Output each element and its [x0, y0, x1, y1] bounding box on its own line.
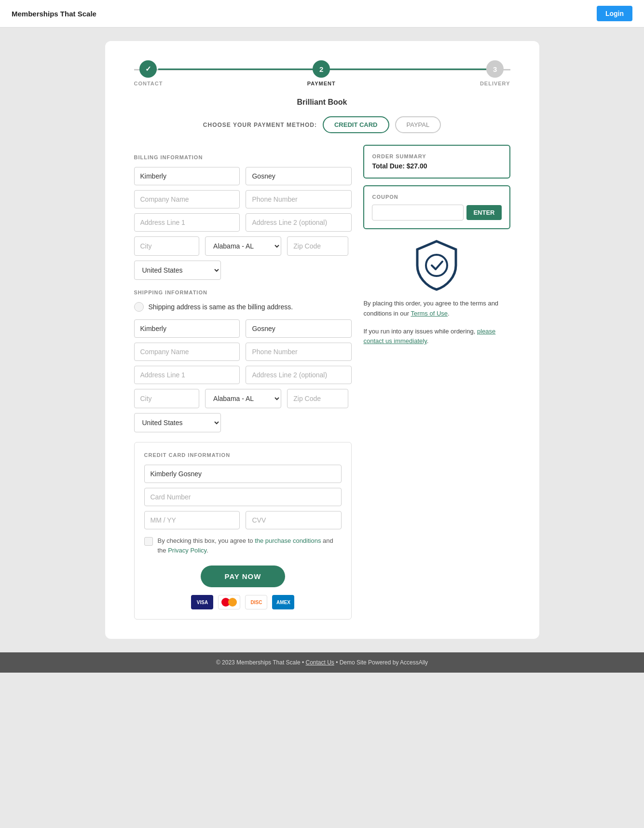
coupon-row: ENTER [372, 205, 501, 221]
shipping-phone-input[interactable] [246, 343, 352, 361]
footer-contact-link[interactable]: Contact Us [305, 659, 334, 666]
order-summary-title: ORDER SUMMARY [372, 153, 501, 159]
shipping-same-checkbox[interactable] [134, 302, 144, 312]
terms-of-use-link[interactable]: Terms of Use [411, 310, 448, 317]
order-total: Total Due: $27.00 [372, 162, 501, 170]
terms-row: By checking this box, you agree to the p… [144, 536, 342, 555]
billing-state-select[interactable]: Alabama - AL Alaska - AK Arizona - AZ Ar… [205, 236, 281, 256]
login-button[interactable]: Login [597, 6, 632, 21]
cc-number-input[interactable] [144, 488, 342, 506]
main-container: ✓ CONTACT 2 PAYMENT 3 DELIVERY Brilliant… [105, 41, 539, 639]
coupon-box: COUPON ENTER [363, 185, 510, 229]
footer-rest: • Demo Site Powered by AccessAlly [334, 659, 428, 666]
step-payment: 2 PAYMENT [307, 60, 336, 86]
step-label-payment: PAYMENT [307, 81, 336, 86]
footer-text: © 2023 Memberships That Scale • [216, 659, 306, 666]
shipping-country-row: United States Canada United Kingdom [134, 413, 352, 432]
shipping-address2-input[interactable] [246, 366, 352, 384]
discover-logo: DISC [245, 595, 267, 609]
terms-suffix: . [206, 547, 208, 554]
cc-name-row [144, 465, 342, 483]
step-circle-contact: ✓ [139, 60, 157, 78]
order-summary-box: ORDER SUMMARY Total Due: $27.00 [363, 145, 510, 179]
credit-card-box: CREDIT CARD INFORMATION By checking this… [134, 442, 352, 620]
coupon-enter-button[interactable]: ENTER [466, 205, 501, 220]
shipping-address-row [134, 366, 352, 384]
security-section: By placing this order, you agree to the … [363, 239, 510, 346]
billing-address2-input[interactable] [246, 213, 352, 232]
billing-phone-input[interactable] [246, 190, 352, 208]
content-layout: BILLING INFORMATION Alabama - AL Alaska … [134, 145, 510, 620]
billing-city-state-zip-row: Alabama - AL Alaska - AK Arizona - AZ Ar… [134, 236, 352, 256]
shield-icon [412, 239, 461, 292]
step-contact: ✓ CONTACT [134, 60, 163, 86]
amex-logo: AMEX [272, 595, 294, 609]
payment-method-label: CHOOSE YOUR PAYMENT METHOD: [203, 122, 317, 128]
terms-checkbox[interactable] [144, 537, 153, 546]
visa-logo: VISA [191, 595, 213, 609]
cc-expiry-input[interactable] [144, 511, 240, 529]
shipping-state-select[interactable]: Alabama - AL Alaska - AK Arizona - AZ [205, 389, 281, 408]
payment-credit-card-button[interactable]: CREDIT CARD [323, 116, 389, 133]
shipping-section-heading: SHIPPING INFORMATION [134, 290, 352, 295]
shipping-company-phone-row [134, 343, 352, 361]
coupon-title: COUPON [372, 194, 501, 200]
steps-progress: ✓ CONTACT 2 PAYMENT 3 DELIVERY [134, 60, 510, 86]
billing-zip-input[interactable] [287, 236, 348, 256]
shipping-zip-input[interactable] [287, 389, 348, 408]
cc-number-row [144, 488, 342, 506]
shipping-name-row [134, 319, 352, 338]
terms-text: By checking this box, you agree to the p… [158, 536, 342, 555]
step-label-delivery: DELIVERY [480, 81, 510, 86]
step-delivery: 3 DELIVERY [480, 60, 510, 86]
security-text-1: By placing this order, you agree to the … [363, 299, 510, 319]
shipping-city-input[interactable] [134, 389, 200, 408]
billing-company-phone-row [134, 190, 352, 208]
coupon-input[interactable] [372, 205, 464, 221]
cc-section-heading: CREDIT CARD INFORMATION [144, 452, 342, 458]
billing-company-input[interactable] [134, 190, 240, 208]
billing-last-name-input[interactable] [246, 167, 352, 185]
billing-country-select[interactable]: United States Canada United Kingdom [134, 261, 221, 280]
card-logos: VISA DISC AMEX [144, 595, 342, 609]
privacy-policy-link[interactable]: Privacy Policy [168, 547, 206, 554]
billing-address-row [134, 213, 352, 232]
shipping-first-name-input[interactable] [134, 319, 240, 338]
header-title: Memberships That Scale [12, 10, 96, 18]
terms-prefix: By checking this box, you agree to [158, 537, 255, 544]
header: Memberships That Scale Login [0, 0, 644, 28]
billing-first-name-input[interactable] [134, 167, 240, 185]
shipping-company-input[interactable] [134, 343, 240, 361]
shipping-city-state-zip-row: Alabama - AL Alaska - AK Arizona - AZ [134, 389, 352, 408]
step-circle-payment: 2 [313, 60, 330, 78]
billing-name-row [134, 167, 352, 185]
product-title: Brilliant Book [134, 98, 510, 107]
pay-now-button[interactable]: PAY NOW [201, 566, 286, 587]
cc-expiry-cvv-row [144, 511, 342, 529]
billing-country-row: United States Canada United Kingdom [134, 261, 352, 280]
step-label-contact: CONTACT [134, 81, 163, 86]
billing-address1-input[interactable] [134, 213, 240, 232]
form-section: BILLING INFORMATION Alabama - AL Alaska … [134, 145, 352, 620]
shipping-same-row: Shipping address is same as the billing … [134, 302, 352, 312]
cc-name-input[interactable] [144, 465, 342, 483]
billing-city-input[interactable] [134, 236, 200, 256]
sidebar: ORDER SUMMARY Total Due: $27.00 COUPON E… [363, 145, 510, 620]
shipping-last-name-input[interactable] [246, 319, 352, 338]
svg-point-0 [426, 255, 447, 276]
mastercard-logo [218, 595, 240, 609]
footer: © 2023 Memberships That Scale • Contact … [0, 652, 644, 673]
purchase-conditions-link[interactable]: the purchase conditions [255, 537, 321, 544]
payment-method-row: CHOOSE YOUR PAYMENT METHOD: CREDIT CARD … [134, 116, 510, 133]
payment-paypal-button[interactable]: PAYPAL [395, 116, 441, 133]
security-text-2: If you run into any issues while orderin… [363, 327, 510, 347]
shipping-country-select[interactable]: United States Canada United Kingdom [134, 413, 221, 432]
shipping-same-label: Shipping address is same as the billing … [149, 303, 293, 311]
step-circle-delivery: 3 [486, 60, 504, 78]
shipping-address1-input[interactable] [134, 366, 240, 384]
billing-section-heading: BILLING INFORMATION [134, 154, 352, 160]
cc-cvv-input[interactable] [246, 511, 342, 529]
